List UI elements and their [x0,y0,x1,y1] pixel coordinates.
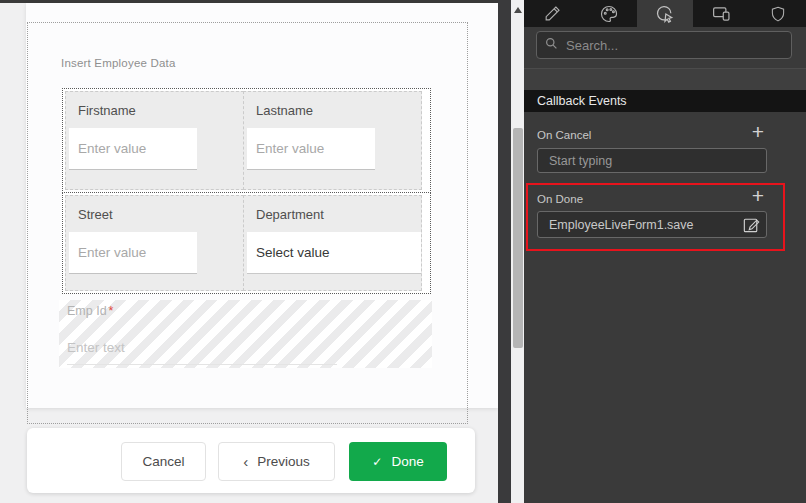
field-firstname[interactable]: Firstname [65,91,244,190]
edit-icon [741,221,762,238]
on-done-label: On Done [537,193,583,205]
shield-icon [769,5,787,23]
panel-tabbar [524,0,806,27]
interaction-icon [655,4,675,24]
add-on-done-button[interactable]: + [746,186,770,206]
field-label: Lastname [256,103,421,118]
emp-id-label: Emp Id* [67,304,113,318]
field-label: Firstname [78,103,243,118]
edit-action-button[interactable] [741,214,762,235]
field-label: Department [256,207,421,222]
required-asterisk: * [109,304,114,318]
on-cancel-label: On Cancel [537,129,591,141]
field-street[interactable]: Street [65,195,244,291]
on-cancel-input[interactable] [537,148,767,173]
section-header-callback-events: Callback Events [524,90,806,112]
tab-security[interactable] [750,0,806,27]
tab-style[interactable] [580,0,636,27]
add-on-cancel-button[interactable]: + [746,122,770,142]
field-lastname[interactable]: Lastname [243,91,422,190]
devices-icon [711,3,732,24]
field-label: Street [78,207,243,222]
search-input[interactable] [566,38,783,53]
cancel-button[interactable]: Cancel [121,442,206,481]
panel-gutter [498,0,511,503]
street-input[interactable] [69,232,197,274]
tab-interactions[interactable] [637,0,693,27]
form-field-grid: Firstname Lastname Street Department Sel… [62,88,431,294]
on-done-input[interactable] [537,211,767,238]
search-box[interactable] [536,31,792,59]
tab-design[interactable] [524,0,580,27]
search-icon [545,36,566,54]
pen-icon [543,4,562,23]
emp-id-underline [67,364,337,365]
department-select[interactable]: Select value [247,232,421,274]
form-title: Insert Employee Data [61,57,176,69]
field-department[interactable]: Department Select value [243,195,422,291]
check-icon: ✓ [372,456,382,468]
tab-devices[interactable] [693,0,749,27]
emp-id-placeholder: Enter text [67,340,125,355]
palette-icon [599,4,619,24]
previous-button[interactable]: ‹ Previous [218,442,335,481]
chevron-left-icon: ‹ [243,454,248,469]
section-title: Callback Events [537,94,627,108]
done-button[interactable]: ✓ Done [349,442,447,481]
previous-label: Previous [257,454,310,469]
scroll-up-icon[interactable] [514,7,522,13]
scrollbar-thumb[interactable] [513,128,523,348]
firstname-input[interactable] [69,128,197,170]
form-row-1: Firstname Lastname [62,88,431,193]
done-label: Done [391,454,423,469]
panel-substrip [524,69,806,90]
lastname-input[interactable] [247,128,375,170]
cancel-label: Cancel [142,454,184,469]
properties-panel: Callback Events On Cancel + On Done + [524,0,806,503]
form-footer: Cancel ‹ Previous ✓ Done [27,428,475,493]
field-emp-id-disabled: Emp Id* Enter text [59,300,432,368]
canvas-scrollbar[interactable] [511,0,524,503]
form-row-2: Street Department Select value [62,192,431,294]
